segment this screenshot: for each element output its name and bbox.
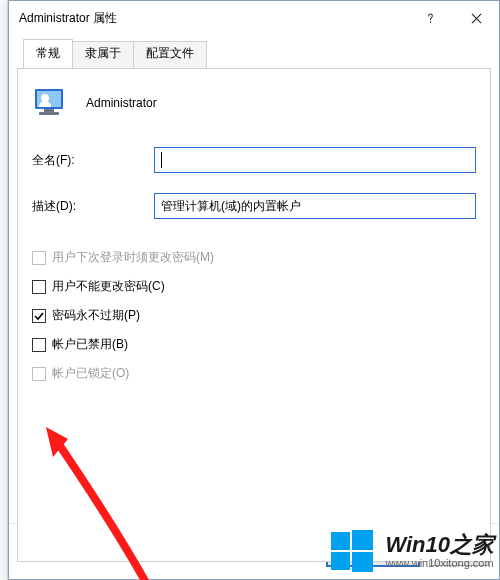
window-title: Administrator 属性 [19, 10, 407, 27]
checkbox-label: 用户不能更改密码(C) [52, 278, 165, 295]
checkbox-label: 帐户已锁定(O) [52, 365, 129, 382]
properties-dialog: Administrator 属性 常规 隶属于 配置文件 [8, 0, 500, 580]
checkbox-account-locked: 帐户已锁定(O) [32, 365, 476, 382]
checkbox-cannot-change[interactable]: 用户不能更改密码(C) [32, 278, 476, 295]
user-icon [32, 85, 68, 121]
annotation-arrow [38, 427, 178, 580]
checkbox-box[interactable] [32, 338, 46, 352]
svg-rect-3 [44, 109, 54, 112]
check-icon [34, 311, 44, 321]
svg-point-2 [41, 94, 49, 102]
tab-panel-general: Administrator 全名(F): 描述(D): 用户下次登录时须更改密码… [17, 68, 491, 562]
full-name-input[interactable] [154, 147, 476, 173]
tab-profile[interactable]: 配置文件 [133, 41, 207, 70]
checkbox-label: 密码永不过期(P) [52, 307, 140, 324]
user-name: Administrator [86, 96, 157, 110]
description-input[interactable] [154, 193, 476, 219]
tab-member-of[interactable]: 隶属于 [72, 41, 134, 70]
full-name-label: 全名(F): [32, 152, 154, 169]
help-icon [425, 13, 436, 24]
titlebar: Administrator 属性 [9, 1, 499, 35]
svg-rect-4 [39, 112, 59, 115]
tab-strip: 常规 隶属于 配置文件 [17, 39, 491, 69]
close-icon [471, 13, 482, 24]
checkbox-box[interactable] [32, 280, 46, 294]
checkbox-account-disabled[interactable]: 帐户已禁用(B) [32, 336, 476, 353]
checkbox-box [32, 367, 46, 381]
close-button[interactable] [453, 1, 499, 35]
checkbox-label: 帐户已禁用(B) [52, 336, 128, 353]
checkbox-box [32, 251, 46, 265]
tab-general[interactable]: 常规 [23, 39, 73, 68]
checkbox-never-expires[interactable]: 密码永不过期(P) [32, 307, 476, 324]
description-label: 描述(D): [32, 198, 154, 215]
checkbox-label: 用户下次登录时须更改密码(M) [52, 249, 214, 266]
checkbox-must-change: 用户下次登录时须更改密码(M) [32, 249, 476, 266]
checkbox-box[interactable] [32, 309, 46, 323]
help-button[interactable] [407, 1, 453, 35]
